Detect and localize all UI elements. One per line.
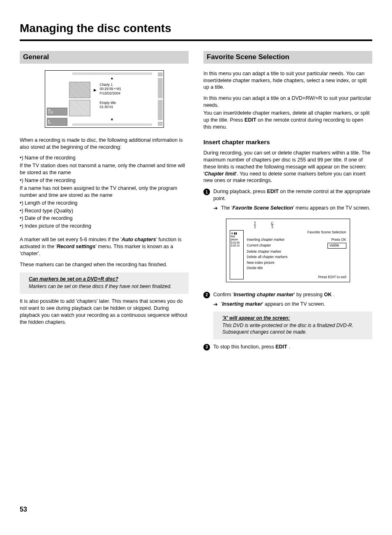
- tv-screen-favorite: T 1 C 1 ⊛ ▮▮ RW pause 0:03:40 0:00:14: [226, 219, 350, 282]
- tv1-right-bars: [157, 71, 164, 127]
- step-1-badge: 1: [203, 189, 210, 195]
- tv1-title-1: Charly 1: [100, 83, 122, 87]
- s2-post: .: [332, 292, 334, 297]
- page-title: Managing the disc contents: [20, 21, 372, 36]
- inserting-chapter-marker-label: Inserting chapter marker: [234, 292, 294, 297]
- marker-para-1: A marker will be set every 5-6 minutes i…: [20, 236, 189, 257]
- fav-p2a: In this menu you can adapt a title on a …: [203, 95, 372, 109]
- mp1-a: A marker will be set every 5-6 minutes i…: [20, 237, 122, 242]
- s3-pre: To stop this function, press: [213, 344, 275, 350]
- tv1-meta-1: Charly 1 00:29:59 • M1 Fr15/02/2004: [100, 82, 122, 98]
- tv2-r5l: New index picture: [247, 261, 275, 265]
- usage-bar-2: [158, 78, 163, 98]
- tv2-body: ⊛ ▮▮ RW pause 0:03:40 0:00:14 Favorite S…: [230, 230, 346, 279]
- auto-chapters-label: Auto chapters: [122, 237, 156, 242]
- s2-pre: Confirm ': [213, 292, 234, 297]
- note-x-body: This DVD is write-protected or the disc …: [222, 322, 368, 335]
- tv-screen-general: ⊕ 1:15 ▸ 01 ▲ ▶ Charly 1 00:29:59 • M1: [45, 70, 164, 128]
- tv2-row-current: Current chapter visible: [247, 243, 346, 248]
- tv1-date-1: Fr15/02/2004: [100, 91, 122, 96]
- insert-chapter-para: During recording, you can set or delete …: [203, 150, 372, 184]
- tv2-footer: Press EDIT to exit: [247, 275, 346, 279]
- left-column: General ⊕ 1:15 ▸ 01 ▲ ▶: [20, 51, 189, 353]
- step-2-badge: 2: [203, 292, 210, 298]
- note-dvd-r: Can markers be set on a DVD+R disc? Mark…: [20, 272, 189, 294]
- step-2: 2 Confirm 'Inserting chapter marker' by …: [203, 291, 372, 298]
- tv2-l4: 0:00:14: [231, 244, 242, 247]
- bullet-index: •) Index picture of the recording: [20, 223, 189, 230]
- tc-C-1: 1: [270, 225, 275, 229]
- result-arrow-icon: ➔: [213, 205, 218, 212]
- after-note-para: It is also possible to add 'chapters' la…: [20, 298, 189, 326]
- step-3: 3 To stop this function, press EDIT .: [203, 344, 372, 351]
- tv1-tc2-b: 01: [48, 121, 51, 124]
- tv2-row-new-index: New index picture: [247, 261, 346, 265]
- tv2-row-delete: Delete chapter marker: [247, 249, 346, 254]
- tv1-time-1: 00:29:59 • M1: [100, 87, 122, 91]
- tv1-mid: ▲ ▶ Charly 1 00:29:59 • M1 Fr15/02/2004 …: [69, 71, 157, 127]
- tv2-r4l: Delete all chapter markers: [247, 255, 288, 259]
- tv2-l2: RW pause: [231, 235, 242, 241]
- tc-col-C: C 1: [270, 221, 275, 229]
- tv2-r3l: Delete chapter marker: [247, 249, 281, 254]
- two-column-layout: General ⊕ 1:15 ▸ 01 ▲ ▶: [20, 51, 372, 353]
- ok-button-label: OK: [324, 292, 332, 297]
- tv2-r1l: Inserting chapter marker: [247, 238, 285, 242]
- tv1-thumb-2: [69, 100, 90, 116]
- tv1-time-2: 01:30:01: [100, 105, 116, 109]
- note-x-screen: 'X' will appear on the screen: This DVD …: [213, 311, 372, 340]
- tv2-main: Favorite Scene Selection Inserting chapt…: [247, 230, 346, 279]
- tv2-title: Favorite Scene Selection: [247, 230, 346, 235]
- step-1-body: During playback, press EDIT on the remot…: [213, 188, 372, 202]
- step-3-body: To stop this function, press EDIT .: [213, 344, 372, 351]
- up-arrow-icon: ▲: [69, 76, 155, 80]
- note-dvd-r-body: Markers can be set on these discs if the…: [29, 283, 184, 290]
- tv1-timecode-1: ⊕ 1:15: [47, 108, 67, 115]
- edit-button-label-3: EDIT: [275, 344, 287, 350]
- bullet-length: •) Length of the recording: [20, 200, 189, 207]
- tv1-row-1: ▶ Charly 1 00:29:59 • M1 Fr15/02/2004: [69, 82, 155, 98]
- step-2-result: ➔ 'Inserting marker' appears on the TV s…: [213, 301, 372, 308]
- tv1-meta-2: Empty title 01:30:01: [100, 100, 116, 116]
- tv2-wrap: T 1 C 1 ⊛ ▮▮ RW pause 0:03:40 0:00:14: [203, 219, 372, 282]
- s3-post: .: [287, 344, 290, 350]
- step-1-result: ➔ The 'Favorite Scene Selection' menu ap…: [213, 205, 372, 212]
- step-1-result-text: The 'Favorite Scene Selection' menu appe…: [221, 205, 370, 212]
- title-rule: [20, 39, 372, 41]
- tv2-row-divide: Divide title: [247, 266, 346, 270]
- insert-chapter-heading: Insert chapter markers: [203, 138, 372, 146]
- tv1-left-panel: ⊕ 1:15 ▸ 01: [45, 71, 69, 127]
- tc-col-T: T 1: [253, 221, 258, 229]
- usage-bar-3: [158, 100, 163, 120]
- tv2-l3: 0:03:40: [231, 241, 242, 244]
- tv1-title-2: Empty title: [100, 101, 116, 105]
- step-2-body: Confirm 'Inserting chapter marker' by pr…: [213, 291, 372, 298]
- s2-mid: ' by pressing: [294, 292, 324, 297]
- usage-bar-1: [158, 72, 163, 76]
- cond-1: If the TV station does not transmit a na…: [20, 162, 189, 176]
- edit-button-label-2: EDIT: [267, 189, 279, 194]
- note-dvd-r-title: Can markers be set on a DVD+R disc?: [29, 276, 184, 282]
- s1a-post: ' menu appears on the TV screen.: [293, 205, 370, 211]
- tc-T-1: 1: [253, 225, 258, 229]
- general-intro: When a recording is made to disc, the fo…: [20, 137, 189, 151]
- fav-p2b: You can insert/delete chapter markers, d…: [203, 110, 372, 131]
- tv1-thumb-1: [69, 82, 90, 98]
- fav-scene-label: Favorite Scene Selection: [232, 205, 293, 211]
- tv2-status-box: ⊛ ▮▮ RW pause 0:03:40 0:00:14: [230, 230, 244, 279]
- tv2-row-insert: Inserting chapter marker Press OK: [247, 238, 346, 242]
- result-arrow-icon-2: ➔: [213, 301, 218, 308]
- down-arrow-icon: ▼: [69, 118, 155, 122]
- fav-p1: In this menu you can adapt a title to su…: [203, 70, 372, 91]
- cond-2: If a name has not been assigned to the T…: [20, 185, 189, 199]
- tv1-timecode-2: ▸ 01: [47, 118, 67, 126]
- play-icon: ▶: [93, 88, 97, 92]
- marker-para-2: These markers can be changed when the re…: [20, 261, 189, 268]
- bullet-name-1: •) Name of the recording: [20, 155, 189, 161]
- inserting-marker-label: Inserting marker: [222, 301, 262, 307]
- tv2-l1: ⊛ ▮▮: [231, 232, 242, 235]
- tv2-visible-box: visible: [327, 243, 346, 248]
- step-2-result-text: 'Inserting marker' appears on the TV scr…: [221, 301, 325, 308]
- bullet-name-2: •) Name of the recording: [20, 177, 189, 184]
- tv2-r6l: Divide title: [247, 266, 263, 270]
